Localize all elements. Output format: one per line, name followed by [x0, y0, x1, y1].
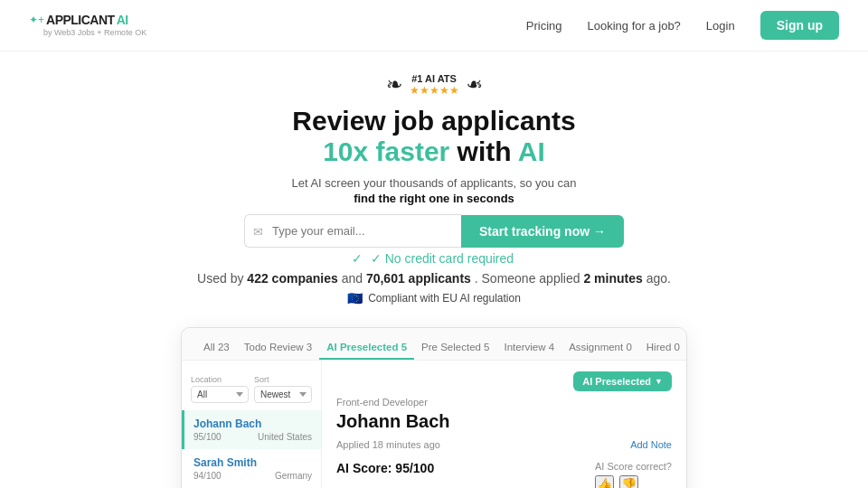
nav-links: Pricing Looking for a job? Login Sign up: [526, 11, 839, 40]
hero-sub2: find the right one in seconds: [18, 192, 850, 205]
detail-name: Johann Bach: [336, 411, 672, 432]
thumbs-up-button[interactable]: 👍: [595, 475, 614, 488]
tab-interview[interactable]: Interview 4: [497, 336, 562, 360]
filter-bar: Location All Sort Newest: [182, 368, 321, 410]
mockup-tabs: All 23 Todo Review 3 AI Preselected 5 Pr…: [182, 328, 686, 361]
chevron-down-icon: ▼: [655, 377, 663, 386]
email-icon: ✉: [253, 224, 263, 238]
ai-score-row: AI Score: 95/100 AI Score correct? 👍 👎: [336, 461, 672, 488]
hero-form: ✉ Start tracking now →: [244, 214, 624, 248]
sort-filter-wrap: Sort Newest: [254, 375, 312, 403]
applicant-detail: AI Preselected ▼ Front-end Developer Joh…: [322, 361, 686, 488]
mockup-body: Location All Sort Newest Johann Bach: [182, 361, 686, 488]
no-credit-card: ✓ ✓ No credit card required: [18, 251, 850, 266]
logo-ai: AI: [117, 13, 128, 28]
eu-flag-icon: 🇪🇺: [347, 291, 363, 305]
navbar: ✦+ APPLICANT AI by Web3 Jobs + Remote OK…: [0, 0, 868, 52]
ai-score: AI Score: 95/100: [336, 461, 434, 475]
stats-text: Used by 422 companies and 70,601 applica…: [18, 271, 850, 286]
hero-h2-faster: 10x faster: [323, 136, 449, 166]
email-input-wrap: ✉: [244, 214, 461, 248]
nav-login[interactable]: Login: [706, 19, 735, 33]
detail-applied: Applied 18 minutes ago Add Note: [336, 439, 672, 450]
compliance-badge: 🇪🇺 Compliant with EU AI regulation: [18, 291, 850, 305]
applicant-list: Location All Sort Newest Johann Bach: [182, 361, 322, 488]
hero-sub1: Let AI screen your thousands of applican…: [18, 176, 850, 190]
tab-ai-preselected[interactable]: AI Preselected 5: [319, 336, 414, 360]
location-filter-wrap: Location All: [191, 375, 249, 403]
nav-pricing[interactable]: Pricing: [526, 19, 562, 33]
list-item[interactable]: Sarah Smith 94/100 Germany: [182, 449, 321, 488]
ai-score-correct-label: AI Score correct?: [595, 461, 672, 472]
ai-score-correct-wrap: AI Score correct? 👍 👎: [595, 461, 672, 488]
location-label: Location: [191, 375, 249, 384]
tab-pre-selected[interactable]: Pre Selected 5: [414, 336, 496, 360]
logo-subtitle: by Web3 Jobs + Remote OK: [43, 28, 146, 38]
laurel-right: ❧: [467, 73, 483, 97]
hero-h1: Review job applicants: [18, 106, 850, 136]
award-label: #1 AI ATS: [410, 73, 459, 84]
sort-select[interactable]: Newest: [254, 386, 312, 403]
app-mockup: All 23 Todo Review 3 AI Preselected 5 Pr…: [181, 327, 687, 488]
detail-role: Front-end Developer: [336, 397, 672, 408]
checkmark-icon: ✓: [352, 251, 363, 266]
tab-hired[interactable]: Hired 0: [639, 336, 686, 360]
tab-assignment[interactable]: Assignment 0: [561, 336, 639, 360]
email-field[interactable]: [244, 214, 461, 248]
feedback-buttons: 👍 👎: [595, 475, 672, 488]
logo-icon: ✦+: [29, 14, 44, 26]
laurel-left: ❧: [386, 73, 402, 97]
tab-all[interactable]: All 23: [196, 336, 237, 360]
cta-button[interactable]: Start tracking now →: [461, 215, 624, 248]
location-select[interactable]: All: [191, 386, 249, 403]
list-item[interactable]: Johann Bach 95/100 United States: [182, 410, 321, 449]
award-stars: ★★★★★: [410, 84, 459, 97]
nav-jobs[interactable]: Looking for a job?: [588, 19, 681, 33]
logo-text: APPLICANT: [46, 13, 115, 28]
badge-label: AI Preselected: [582, 376, 651, 387]
hero-h2-with-ai: with AI: [458, 136, 545, 166]
hero-h2: 10x faster with AI: [18, 136, 850, 167]
thumbs-down-button[interactable]: 👎: [619, 475, 638, 488]
applicant-meta: 94/100 Germany: [193, 471, 312, 481]
sort-label: Sort: [254, 375, 312, 384]
applicant-name: Sarah Smith: [193, 456, 312, 469]
signup-button[interactable]: Sign up: [760, 11, 839, 40]
award-badge: ❧ #1 AI ATS ★★★★★ ❧: [18, 73, 850, 97]
logo: ✦+ APPLICANT AI by Web3 Jobs + Remote OK: [29, 13, 146, 38]
hero-section: ❧ #1 AI ATS ★★★★★ ❧ Review job applicant…: [0, 52, 868, 320]
detail-header: AI Preselected ▼: [336, 371, 672, 391]
applicant-name: Johann Bach: [193, 418, 312, 430]
add-note-button[interactable]: Add Note: [630, 439, 672, 450]
tab-todo[interactable]: Todo Review 3: [237, 336, 319, 360]
ai-preselected-badge[interactable]: AI Preselected ▼: [573, 371, 672, 391]
applicant-meta: 95/100 United States: [193, 432, 312, 442]
